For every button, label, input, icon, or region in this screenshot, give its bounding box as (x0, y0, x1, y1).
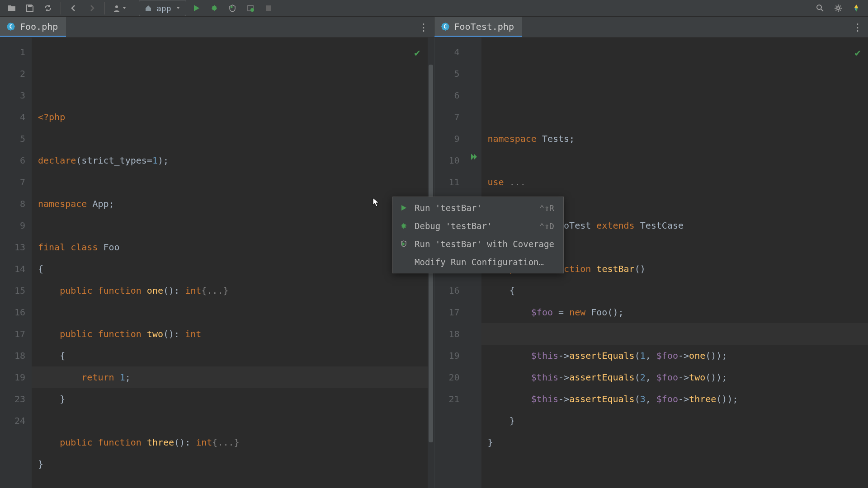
back-icon[interactable] (66, 0, 82, 16)
line-number[interactable]: 6 (5, 150, 25, 171)
code-line[interactable]: return 1; (32, 366, 428, 388)
line-number[interactable]: 24 (5, 410, 25, 432)
line-number[interactable]: 6 (440, 84, 460, 106)
line-number[interactable]: 10 (440, 150, 460, 171)
code-line[interactable]: declare(strict_types=1); (38, 150, 428, 171)
inspection-ok-icon[interactable]: ✔ (414, 42, 420, 64)
line-number[interactable]: 7 (5, 171, 25, 193)
php-class-icon (441, 22, 450, 31)
line-number[interactable]: 17 (440, 301, 460, 323)
line-number[interactable]: 1 (5, 41, 25, 63)
code-line[interactable]: } (488, 432, 868, 453)
code-line[interactable] (488, 453, 868, 475)
tab-footest-php[interactable]: FooTest.php (434, 17, 522, 37)
code-line[interactable]: public function one(): int{...} (38, 280, 428, 301)
save-icon[interactable] (22, 0, 38, 16)
menu-item-run-testbar-[interactable]: Run 'testBar'⌃⇧R (393, 199, 563, 217)
left-tabs: Foo.php ⋮ (0, 17, 434, 38)
right-tabs: FooTest.php ⋮ (434, 17, 868, 38)
code-line[interactable]: } (38, 453, 428, 475)
code-line[interactable]: { (38, 258, 428, 280)
menu-item-label: Modify Run Configuration… (415, 257, 544, 267)
code-line[interactable]: $this->assertEquals(1, $foo->one()); (488, 345, 868, 366)
line-number[interactable]: 5 (440, 63, 460, 84)
open-file-icon[interactable] (4, 0, 20, 16)
line-number[interactable]: 9 (440, 128, 460, 150)
line-number[interactable]: 2 (5, 63, 25, 84)
menu-item-modify-run-configuration-[interactable]: Modify Run Configuration… (393, 253, 563, 271)
line-number[interactable]: 8 (5, 193, 25, 215)
debug-icon[interactable] (206, 0, 222, 16)
code-line[interactable] (488, 106, 868, 128)
code-line[interactable]: <?php (38, 106, 428, 128)
tab-foo-php[interactable]: Foo.php (0, 17, 66, 37)
code-line[interactable] (488, 150, 868, 171)
php-class-icon (6, 22, 15, 31)
line-number[interactable]: 5 (5, 128, 25, 150)
line-number[interactable]: 3 (5, 84, 25, 106)
line-number[interactable]: 16 (440, 280, 460, 301)
run-icon[interactable] (188, 0, 204, 16)
inspection-ok-icon[interactable]: ✔ (855, 42, 861, 64)
code-line[interactable]: use ... (488, 171, 868, 193)
code-line[interactable]: $this->assertEquals(3, $foo->three()); (488, 388, 868, 410)
run-class-gutter-icon[interactable] (466, 146, 481, 168)
line-number[interactable]: 13 (5, 236, 25, 258)
code-line[interactable]: namespace App; (38, 193, 428, 215)
line-number[interactable]: 11 (440, 171, 460, 193)
editor-left[interactable]: 123456789131415161718192324 ✔ <?php decl… (0, 38, 434, 488)
code-line[interactable]: } (488, 410, 868, 432)
refresh-icon[interactable] (40, 0, 56, 16)
line-number[interactable]: 18 (440, 323, 460, 345)
profiler-icon[interactable] (242, 0, 259, 16)
code-line[interactable]: } (38, 388, 428, 410)
line-number[interactable]: 18 (5, 345, 25, 366)
tab-options-icon[interactable]: ⋮ (853, 21, 863, 33)
settings-icon[interactable] (830, 0, 846, 16)
stop-icon[interactable] (260, 0, 277, 16)
line-number[interactable]: 14 (5, 258, 25, 280)
code-line[interactable] (38, 410, 428, 432)
code-line[interactable] (38, 171, 428, 193)
line-number[interactable]: 4 (440, 41, 460, 63)
code-line[interactable]: public function three(): int{...} (38, 432, 428, 453)
debug-icon (399, 221, 408, 230)
code-line[interactable]: public function two(): int (38, 323, 428, 345)
code-line[interactable] (38, 475, 428, 488)
code-line[interactable]: $this->assertEquals(2, $foo->two()); (488, 366, 868, 388)
code-line[interactable] (38, 301, 428, 323)
line-number[interactable]: 15 (5, 280, 25, 301)
coverage-icon[interactable] (224, 0, 241, 16)
line-number[interactable]: 4 (5, 106, 25, 128)
line-number[interactable]: 21 (440, 388, 460, 410)
line-number[interactable]: 7 (440, 106, 460, 128)
code-line[interactable]: { (488, 280, 868, 301)
menu-item-run-testbar-with-coverage[interactable]: Run 'testBar' with Coverage (393, 235, 563, 253)
code-line[interactable]: $foo = new Foo(); (488, 301, 868, 323)
code-line[interactable]: final class Foo (38, 236, 428, 258)
code-left[interactable]: ✔ <?php declare(strict_types=1); namespa… (32, 38, 428, 488)
line-number[interactable]: 19 (440, 345, 460, 366)
menu-item-label: Run 'testBar' with Coverage (415, 239, 554, 249)
gutter-left[interactable]: 123456789131415161718192324 (0, 38, 32, 488)
forward-icon[interactable] (84, 0, 100, 16)
menu-item-debug-testbar-[interactable]: Debug 'testBar'⌃⇧D (393, 217, 563, 235)
line-number[interactable]: 16 (5, 301, 25, 323)
code-line[interactable] (38, 128, 428, 150)
line-number[interactable]: 9 (5, 215, 25, 236)
code-line[interactable]: { (38, 345, 428, 366)
search-icon[interactable] (812, 0, 828, 16)
user-icon[interactable] (109, 0, 129, 16)
code-line[interactable] (38, 215, 428, 236)
line-number[interactable]: 17 (5, 323, 25, 345)
tab-label: Foo.php (20, 21, 58, 32)
tab-options-icon[interactable]: ⋮ (419, 21, 429, 33)
code-line[interactable] (481, 323, 868, 345)
line-number[interactable]: 23 (5, 388, 25, 410)
tabs-row: Foo.php ⋮ FooTest.php ⋮ (0, 17, 868, 38)
jetbrains-icon[interactable] (848, 0, 864, 16)
run-configuration-selector[interactable]: app (139, 0, 186, 16)
line-number[interactable]: 19 (5, 366, 25, 388)
line-number[interactable]: 20 (440, 366, 460, 388)
code-line[interactable]: namespace Tests; (488, 128, 868, 150)
